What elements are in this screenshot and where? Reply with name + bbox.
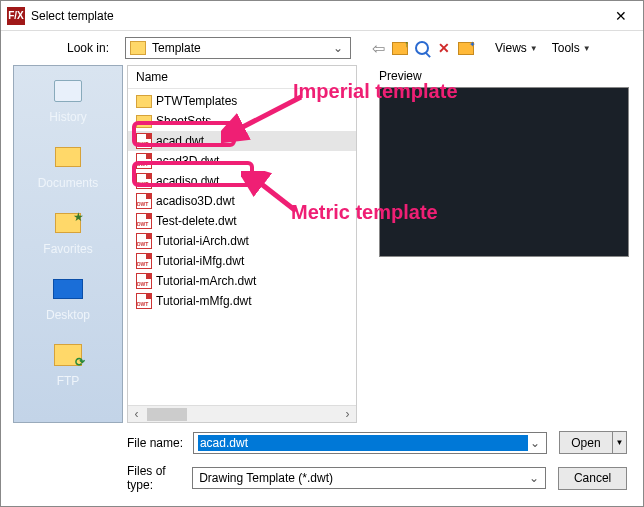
preview-column: Preview [357, 65, 631, 423]
file-row[interactable]: Tutorial-iArch.dwt [128, 231, 356, 251]
views-menu[interactable]: Views▼ [495, 41, 538, 55]
file-list: Name PTWTemplatesSheetSetsacad.dwtacad3D… [127, 65, 357, 423]
filename-label: File name: [17, 436, 193, 450]
open-button[interactable]: Open [559, 431, 613, 454]
lookin-value: Template [152, 41, 330, 55]
filename-input[interactable]: acad.dwt ⌄ [193, 432, 547, 454]
bottom-area: File name: acad.dwt ⌄ Open ▼ Files of ty… [1, 423, 643, 492]
file-name: acad3D.dwt [156, 154, 219, 168]
scroll-right-icon: › [339, 407, 356, 421]
chevron-down-icon: ⌄ [527, 471, 541, 485]
dwt-file-icon [136, 153, 152, 169]
sidebar-label: Favorites [43, 242, 92, 256]
desktop-icon [53, 279, 83, 299]
arrow-left-icon: ⇦ [372, 39, 385, 58]
file-name: acadiso3D.dwt [156, 194, 235, 208]
new-folder-button[interactable] [457, 39, 475, 57]
file-row[interactable]: Tutorial-mArch.dwt [128, 271, 356, 291]
sidebar-item-history[interactable]: History [49, 76, 86, 124]
horizontal-scrollbar[interactable]: ‹ › [128, 405, 356, 422]
dwt-file-icon [136, 173, 152, 189]
dwt-file-icon [136, 233, 152, 249]
column-header-name[interactable]: Name [128, 66, 356, 89]
file-name: acad.dwt [156, 134, 204, 148]
folder-new-icon [458, 42, 474, 55]
file-row[interactable]: Tutorial-mMfg.dwt [128, 291, 356, 311]
documents-icon [55, 147, 81, 167]
folder-icon [136, 115, 152, 128]
file-row[interactable]: acad3D.dwt [128, 151, 356, 171]
chevron-down-icon: ▼ [583, 44, 591, 53]
file-name: Tutorial-mArch.dwt [156, 274, 256, 288]
sidebar: History Documents Favorites Desktop FTP [13, 65, 123, 423]
dwt-file-icon [136, 293, 152, 309]
views-label: Views [495, 41, 527, 55]
chevron-down-icon: ⌄ [330, 41, 346, 55]
sidebar-item-favorites[interactable]: Favorites [43, 208, 92, 256]
sidebar-item-documents[interactable]: Documents [38, 142, 99, 190]
file-name: PTWTemplates [156, 94, 237, 108]
titlebar: F/X Select template ✕ [1, 1, 643, 31]
tools-label: Tools [552, 41, 580, 55]
preview-box [379, 87, 629, 257]
sidebar-label: History [49, 110, 86, 124]
file-row[interactable]: Test-delete.dwt [128, 211, 356, 231]
toolbar-menus: Views▼ Tools▼ [495, 41, 591, 55]
x-icon: ✕ [438, 40, 450, 56]
toolbar: Look in: Template ⌄ ⇦ ✕ Views▼ Tools▼ [1, 31, 643, 63]
folder-row[interactable]: PTWTemplates [128, 91, 356, 111]
up-folder-button[interactable] [391, 39, 409, 57]
file-name: Tutorial-mMfg.dwt [156, 294, 252, 308]
folder-up-icon [392, 42, 408, 55]
open-split-button[interactable]: ▼ [613, 431, 627, 454]
close-button[interactable]: ✕ [599, 1, 643, 31]
scroll-left-icon: ‹ [128, 407, 145, 421]
preview-label: Preview [379, 65, 631, 87]
ftp-icon [54, 344, 82, 366]
sidebar-label: FTP [57, 374, 80, 388]
sidebar-label: Desktop [46, 308, 90, 322]
file-name: Tutorial-iMfg.dwt [156, 254, 244, 268]
file-name: Test-delete.dwt [156, 214, 237, 228]
list-body: PTWTemplatesSheetSetsacad.dwtacad3D.dwta… [128, 89, 356, 405]
filename-value: acad.dwt [198, 435, 528, 451]
file-row[interactable]: acadiso.dwt [128, 171, 356, 191]
sidebar-label: Documents [38, 176, 99, 190]
app-icon: F/X [7, 7, 25, 25]
file-name: Tutorial-iArch.dwt [156, 234, 249, 248]
file-pane: Name PTWTemplatesSheetSetsacad.dwtacad3D… [127, 65, 631, 423]
favorites-icon [55, 213, 81, 233]
folder-icon [136, 95, 152, 108]
file-row[interactable]: Tutorial-iMfg.dwt [128, 251, 356, 271]
file-row[interactable]: acad.dwt [128, 131, 356, 151]
dwt-file-icon [136, 253, 152, 269]
filetype-value: Drawing Template (*.dwt) [197, 470, 527, 486]
filetype-dropdown[interactable]: Drawing Template (*.dwt) ⌄ [192, 467, 546, 489]
history-icon [54, 80, 82, 102]
dwt-file-icon [136, 273, 152, 289]
file-name: SheetSets [156, 114, 211, 128]
sidebar-item-desktop[interactable]: Desktop [46, 274, 90, 322]
sidebar-item-ftp[interactable]: FTP [50, 340, 86, 388]
search-icon [415, 41, 429, 55]
dwt-file-icon [136, 133, 152, 149]
window-title: Select template [31, 9, 599, 23]
dwt-file-icon [136, 193, 152, 209]
chevron-down-icon: ▼ [530, 44, 538, 53]
dwt-file-icon [136, 213, 152, 229]
cancel-button[interactable]: Cancel [558, 467, 627, 490]
chevron-down-icon: ⌄ [528, 436, 542, 450]
folder-icon [130, 41, 146, 55]
file-row[interactable]: acadiso3D.dwt [128, 191, 356, 211]
lookin-label: Look in: [13, 41, 119, 55]
folder-row[interactable]: SheetSets [128, 111, 356, 131]
lookin-dropdown[interactable]: Template ⌄ [125, 37, 351, 59]
delete-button[interactable]: ✕ [435, 39, 453, 57]
main-area: History Documents Favorites Desktop FTP … [1, 63, 643, 423]
file-name: acadiso.dwt [156, 174, 219, 188]
search-web-button[interactable] [413, 39, 431, 57]
filetype-label: Files of type: [17, 464, 192, 492]
tools-menu[interactable]: Tools▼ [552, 41, 591, 55]
scroll-thumb[interactable] [147, 408, 187, 421]
back-button[interactable]: ⇦ [369, 39, 387, 57]
